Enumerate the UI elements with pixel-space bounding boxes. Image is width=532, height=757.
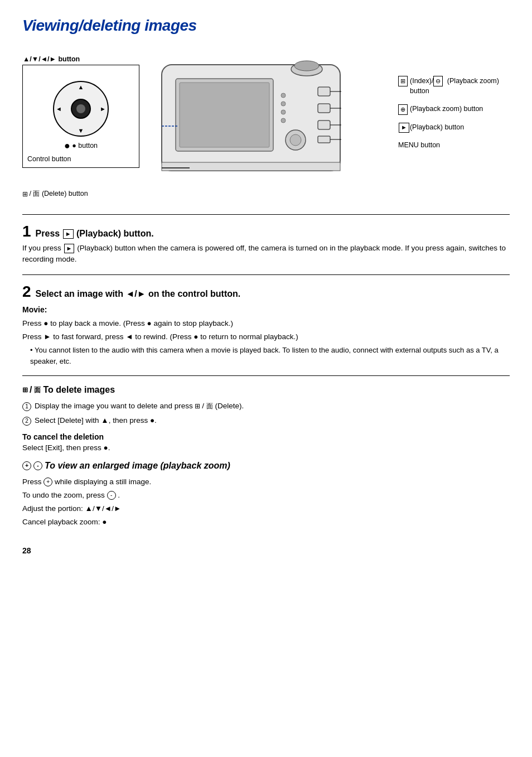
zoom-minus-icon: - <box>33 461 42 470</box>
step-2-header: 2 Select an image with ◄/► on the contro… <box>22 284 510 300</box>
divider-1 <box>22 214 510 215</box>
zoom-title: + - To view an enlarged image (playback … <box>22 461 510 471</box>
svg-rect-6 <box>318 104 330 113</box>
cancel-body: Select [Exit], then press ●. <box>22 443 510 452</box>
step-2-section: 2 Select an image with ◄/► on the contro… <box>22 284 510 367</box>
num-circle-1: 1 <box>22 402 31 411</box>
delete-button-bottom-label: ⊞ / 面 (Delete) button <box>22 189 88 199</box>
playback-zoom-in-label: ⊕ (Playback zoom) button <box>398 104 510 115</box>
arrow-up-icon: ▲ <box>78 84 84 90</box>
svg-point-12 <box>281 118 286 123</box>
divider-2 <box>22 274 510 275</box>
movie-subsection: Movie: Press ● to play back a movie. (Pr… <box>22 304 510 367</box>
right-labels: ⊞ (Index)/⊖ (Playback zoom) button ⊕ (Pl… <box>398 76 510 156</box>
grid-inline: ⊞ <box>195 401 200 411</box>
zoom-line1: Press + while displaying a still image. <box>22 475 510 489</box>
zoom-section: + - To view an enlarged image (playback … <box>22 461 510 529</box>
playback-icon: ► <box>399 123 409 132</box>
svg-point-9 <box>281 93 286 98</box>
zoom-line3: Adjust the portion: ▲/▼/◄/► <box>22 502 510 515</box>
trash-delete-icon: 面 <box>33 189 40 199</box>
menu-button-label: MENU button <box>398 141 510 151</box>
trash-inline: 面 <box>206 401 213 411</box>
diagram-section: ▲/▼/◄/► button ▲ ▼ ◄ ► ● ● button Contro… <box>22 48 510 204</box>
arrow-button-label: ▲/▼/◄/► button <box>23 55 80 63</box>
bullet-button-label: ● ● button <box>27 140 134 152</box>
step-1-body: If you press ► (Playback) button when th… <box>22 243 510 266</box>
playback-icon-step1: ► <box>63 229 74 239</box>
step-2-number: 2 <box>22 284 31 300</box>
zoom-in-icon: ⊕ <box>398 104 408 115</box>
step-1-header: 1 Press ► (Playback) button. <box>22 224 510 239</box>
arrow-right-icon: ► <box>100 105 106 112</box>
page-title: Viewing/deleting images <box>22 17 510 35</box>
svg-rect-7 <box>318 120 330 129</box>
index-icon: ⊞ <box>398 76 408 86</box>
step-1-section: 1 Press ► (Playback) button. If you pres… <box>22 224 510 266</box>
movie-line2: Press ► to fast forward, press ◄ to rewi… <box>22 331 510 343</box>
delete-section: ⊞ / 面 To delete images 1 Display the ima… <box>22 385 510 452</box>
control-button-label: Control button <box>27 155 71 163</box>
zoom-minus-inline: - <box>107 491 116 500</box>
num-circle-2: 2 <box>22 417 31 426</box>
camera-body-diagram <box>145 48 351 187</box>
svg-rect-15 <box>162 162 340 171</box>
svg-rect-5 <box>318 87 330 96</box>
page-number: 28 <box>22 546 510 555</box>
step-1-title: Press ► (Playback) button. <box>36 229 154 239</box>
zoom-body: Press + while displaying a still image. … <box>22 475 510 529</box>
audio-note: You cannot listen to the audio with this… <box>22 345 510 367</box>
center-button <box>71 99 91 119</box>
grid-delete-icon: ⊞ <box>22 190 27 198</box>
step-1-number: 1 <box>22 224 31 239</box>
zoom-plus-inline: + <box>43 478 52 486</box>
svg-point-14 <box>290 134 301 146</box>
zoom-plus-icon: + <box>22 461 31 470</box>
zoom-line2: To undo the zoom, press - . <box>22 489 510 502</box>
arrow-left-icon: ◄ <box>56 105 62 112</box>
zoom-out-icon: ⊖ <box>433 76 443 86</box>
delete-step-2: 2 Select [Delete] with ▲, then press ●. <box>22 415 510 426</box>
svg-point-10 <box>281 102 286 106</box>
svg-rect-2 <box>180 83 269 147</box>
zoom-line4: Cancel playback zoom: ● <box>22 515 510 529</box>
movie-line1: Press ● to play back a movie. (Press ● a… <box>22 318 510 329</box>
bullet-dot-icon: ● <box>64 140 70 151</box>
svg-point-4 <box>294 61 319 71</box>
delete-title: ⊞ / 面 To delete images <box>22 385 510 395</box>
camera-svg <box>145 48 351 187</box>
step-2-title: Select an image with ◄/► on the control … <box>36 289 241 299</box>
control-circle: ▲ ▼ ◄ ► <box>53 81 109 137</box>
movie-label: Movie: <box>22 304 510 316</box>
cancel-title: To cancel the deletion <box>22 432 510 441</box>
svg-rect-8 <box>318 136 330 143</box>
trash-icon-delete: 面 <box>34 385 41 395</box>
step-2-body: Movie: Press ● to play back a movie. (Pr… <box>22 304 510 367</box>
arrow-down-icon: ▼ <box>78 127 84 134</box>
control-panel-diagram: ▲/▼/◄/► button ▲ ▼ ◄ ► ● ● button Contro… <box>22 65 139 168</box>
divider-3 <box>22 375 510 376</box>
svg-point-11 <box>281 110 286 114</box>
grid-icon-delete: ⊞ <box>22 386 27 394</box>
playback-button-label: ► (Playback) button <box>398 123 510 133</box>
index-zoom-label: ⊞ (Index)/⊖ (Playback zoom) button <box>398 76 510 97</box>
playback-icon-inline: ► <box>64 244 75 253</box>
delete-step-1: 1 Display the image you want to delete a… <box>22 401 510 412</box>
